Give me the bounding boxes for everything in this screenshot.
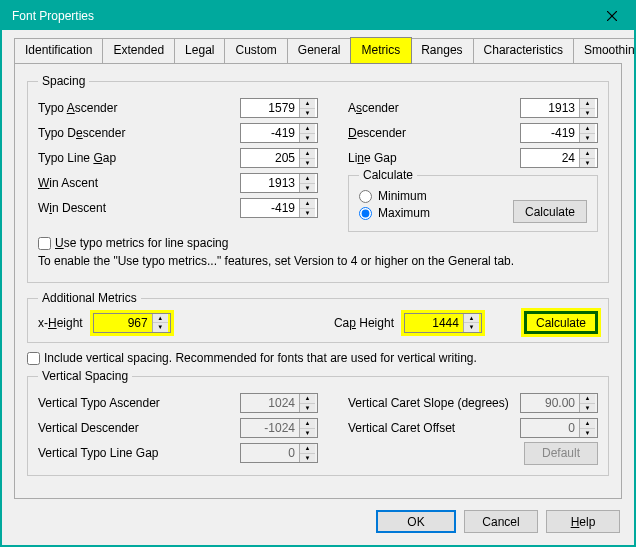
tab-metrics[interactable]: Metrics — [351, 38, 412, 63]
spin-down-icon[interactable]: ▼ — [580, 109, 595, 118]
ascender-label: Ascender — [348, 101, 399, 115]
typo-line-gap-label: Typo Line Gap — [38, 151, 116, 165]
minimum-radio[interactable] — [359, 190, 372, 203]
v-caret-slope-spinner: ▲▼ — [520, 393, 598, 413]
spin-up-icon[interactable]: ▲ — [300, 124, 315, 134]
win-ascent-spinner[interactable]: ▲▼ — [240, 173, 318, 193]
spin-up-icon: ▲ — [580, 419, 595, 429]
typo-descender-spinner[interactable]: ▲▼ — [240, 123, 318, 143]
spin-down-icon[interactable]: ▼ — [300, 109, 315, 118]
spin-down-icon[interactable]: ▼ — [300, 134, 315, 143]
line-gap-spinner[interactable]: ▲▼ — [520, 148, 598, 168]
help-button[interactable]: Help — [546, 510, 620, 533]
line-gap-label: Line Gap — [348, 151, 397, 165]
use-typo-checkbox-row[interactable]: Use typo metrics for line spacing — [38, 236, 598, 250]
typo-ascender-spinner[interactable]: ▲▼ — [240, 98, 318, 118]
vertical-spacing-group: Vertical Spacing Vertical Typo Ascender … — [27, 369, 609, 476]
additional-calculate-button[interactable]: Calculate — [524, 311, 598, 334]
win-descent-input[interactable] — [241, 199, 299, 217]
spin-up-icon: ▲ — [580, 394, 595, 404]
spin-up-icon[interactable]: ▲ — [300, 99, 315, 109]
titlebar: Font Properties — [2, 2, 634, 30]
v-typo-ascender-input — [241, 394, 299, 412]
typo-note: To enable the "Use typo metrics..." feat… — [38, 254, 598, 268]
tab-smoothing[interactable]: Smoothing — [573, 38, 636, 63]
typo-line-gap-spinner[interactable]: ▲▼ — [240, 148, 318, 168]
spin-down-icon: ▼ — [580, 404, 595, 413]
v-descender-spinner: ▲▼ — [240, 418, 318, 438]
maximum-radio[interactable] — [359, 207, 372, 220]
tab-identification[interactable]: Identification — [14, 38, 103, 63]
spin-down-icon[interactable]: ▼ — [153, 323, 168, 332]
tab-custom[interactable]: Custom — [224, 38, 287, 63]
spin-up-icon[interactable]: ▲ — [580, 99, 595, 109]
include-vertical-checkbox-row[interactable]: Include vertical spacing. Recommended fo… — [27, 351, 609, 365]
spin-down-icon[interactable]: ▼ — [580, 134, 595, 143]
close-button[interactable] — [592, 4, 632, 28]
typo-descender-input[interactable] — [241, 124, 299, 142]
spin-up-icon[interactable]: ▲ — [300, 174, 315, 184]
cap-height-spinner[interactable]: ▲▼ — [404, 313, 482, 333]
win-descent-label: Win Descent — [38, 201, 106, 215]
spin-down-icon[interactable]: ▼ — [300, 159, 315, 168]
spin-up-icon: ▲ — [300, 394, 315, 404]
spacing-group: Spacing Typo Ascender ▲▼ Typo Descender … — [27, 74, 609, 283]
x-height-input[interactable] — [94, 314, 152, 332]
calculate-legend: Calculate — [359, 168, 417, 182]
use-typo-checkbox[interactable] — [38, 237, 51, 250]
typo-line-gap-input[interactable] — [241, 149, 299, 167]
spin-down-icon[interactable]: ▼ — [300, 209, 315, 218]
v-caret-offset-spinner: ▲▼ — [520, 418, 598, 438]
v-caret-slope-label: Vertical Caret Slope (degrees) — [348, 396, 509, 410]
vertical-legend: Vertical Spacing — [38, 369, 132, 383]
vertical-default-button: Default — [524, 442, 598, 465]
spin-down-icon[interactable]: ▼ — [300, 184, 315, 193]
line-gap-input[interactable] — [521, 149, 579, 167]
win-ascent-label: Win Ascent — [38, 176, 98, 190]
descender-spinner[interactable]: ▲▼ — [520, 123, 598, 143]
v-caret-offset-label: Vertical Caret Offset — [348, 421, 455, 435]
tab-characteristics[interactable]: Characteristics — [473, 38, 574, 63]
include-vertical-label: Include vertical spacing. Recommended fo… — [44, 351, 477, 365]
dialog-content: IdentificationExtendedLegalCustomGeneral… — [2, 30, 634, 499]
spin-down-icon: ▼ — [580, 429, 595, 438]
v-line-gap-spinner: ▲▼ — [240, 443, 318, 463]
tab-general[interactable]: General — [287, 38, 352, 63]
use-typo-label: Use typo metrics for line spacing — [55, 236, 228, 250]
cap-height-label: Cap Height — [334, 316, 394, 330]
win-ascent-input[interactable] — [241, 174, 299, 192]
spin-up-icon[interactable]: ▲ — [580, 124, 595, 134]
v-line-gap-input — [241, 444, 299, 462]
win-descent-spinner[interactable]: ▲▼ — [240, 198, 318, 218]
x-height-spinner[interactable]: ▲▼ — [93, 313, 171, 333]
spin-up-icon: ▲ — [300, 419, 315, 429]
spin-down-icon[interactable]: ▼ — [580, 159, 595, 168]
spin-up-icon[interactable]: ▲ — [464, 314, 479, 324]
descender-input[interactable] — [521, 124, 579, 142]
ascender-spinner[interactable]: ▲▼ — [520, 98, 598, 118]
spacing-legend: Spacing — [38, 74, 89, 88]
v-caret-offset-input — [521, 419, 579, 437]
ok-button[interactable]: OK — [376, 510, 456, 533]
tab-extended[interactable]: Extended — [102, 38, 175, 63]
spin-up-icon[interactable]: ▲ — [153, 314, 168, 324]
spacing-calculate-button[interactable]: Calculate — [513, 200, 587, 223]
cap-height-input[interactable] — [405, 314, 463, 332]
v-line-gap-label: Vertical Typo Line Gap — [38, 446, 208, 460]
tab-body-metrics: Spacing Typo Ascender ▲▼ Typo Descender … — [14, 64, 622, 499]
v-typo-ascender-label: Vertical Typo Ascender — [38, 396, 208, 410]
additional-legend: Additional Metrics — [38, 291, 141, 305]
include-vertical-checkbox[interactable] — [27, 352, 40, 365]
close-icon — [607, 11, 617, 21]
tab-legal[interactable]: Legal — [174, 38, 225, 63]
spin-up-icon[interactable]: ▲ — [300, 199, 315, 209]
spin-down-icon[interactable]: ▼ — [464, 323, 479, 332]
ascender-input[interactable] — [521, 99, 579, 117]
descender-label: Descender — [348, 126, 406, 140]
spin-up-icon[interactable]: ▲ — [300, 149, 315, 159]
v-descender-input — [241, 419, 299, 437]
typo-ascender-input[interactable] — [241, 99, 299, 117]
tab-ranges[interactable]: Ranges — [410, 38, 473, 63]
spin-up-icon[interactable]: ▲ — [580, 149, 595, 159]
cancel-button[interactable]: Cancel — [464, 510, 538, 533]
